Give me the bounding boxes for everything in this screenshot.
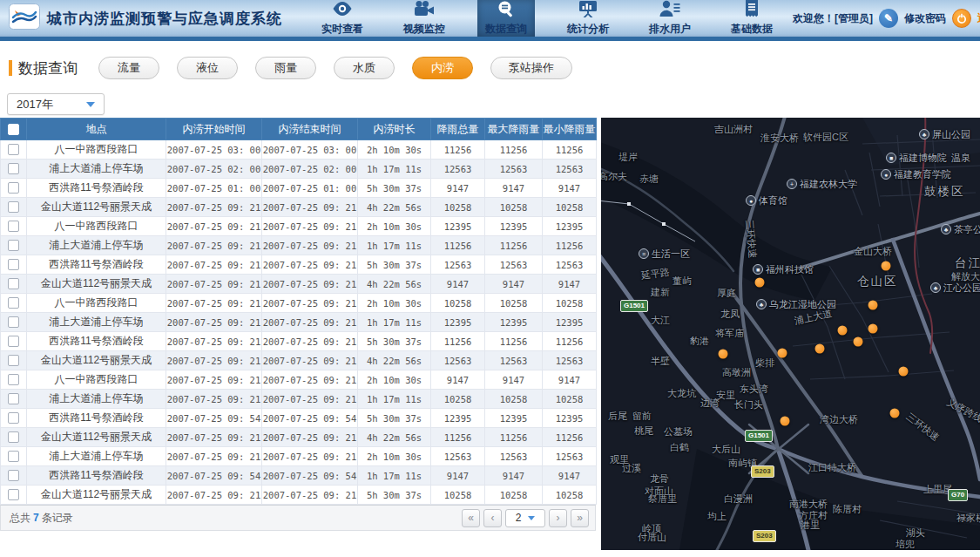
- change-password-icon[interactable]: ✎: [879, 9, 898, 28]
- table-row[interactable]: 西洪路11号祭酒岭段2007-07-25 09: 212007-07-25 09…: [1, 332, 597, 351]
- first-page-button[interactable]: «: [462, 509, 480, 527]
- table-row[interactable]: 八一中路西段路口2007-07-25 03: 002007-07-25 03: …: [1, 140, 597, 160]
- row-checkbox[interactable]: [8, 144, 19, 155]
- table-row[interactable]: 西洪路11号祭酒岭段2007-07-25 09: 212007-07-25 09…: [1, 255, 597, 275]
- table-row[interactable]: 八一中路西段路口2007-07-25 09: 212007-07-25 09: …: [1, 370, 597, 390]
- table-row[interactable]: 浦上大道浦上停车场2007-07-25 09: 212007-07-25 09:…: [1, 390, 597, 409]
- row-checkbox[interactable]: [8, 374, 19, 385]
- map-label: 豹港: [690, 336, 709, 346]
- row-checkbox[interactable]: [8, 182, 19, 194]
- map-label: 吉山洲村: [714, 125, 753, 134]
- cell: 12395: [543, 313, 597, 332]
- nav-item-statistics[interactable]: 统计分析: [547, 0, 629, 37]
- row-checkbox[interactable]: [8, 431, 19, 443]
- row-checkbox[interactable]: [8, 336, 19, 347]
- cell: 10258: [431, 198, 485, 217]
- row-checkbox[interactable]: [8, 201, 19, 213]
- flood-marker[interactable]: [719, 350, 728, 359]
- table-row[interactable]: 浦上大道浦上停车场2007-07-25 09: 212007-07-25 09:…: [1, 313, 597, 332]
- cell: 浦上大道浦上停车场: [27, 313, 166, 332]
- map-poi: ■福州科技馆: [753, 264, 814, 275]
- row-checkbox[interactable]: [8, 393, 19, 404]
- cell: 2007-07-25 09: 21: [166, 428, 262, 447]
- change-password-link[interactable]: 修改密码: [904, 11, 946, 26]
- row-checkbox[interactable]: [8, 259, 19, 270]
- table-row[interactable]: 浦上大道浦上停车场2007-07-25 09: 212007-07-25 09:…: [1, 447, 597, 466]
- cell: 2007-07-25 09: 54: [166, 409, 262, 428]
- map-label: 长门头: [734, 400, 763, 410]
- road-badge: G70: [948, 489, 968, 501]
- table-row[interactable]: 浦上大道浦上停车场2007-07-25 09: 212007-07-25 09:…: [1, 236, 597, 255]
- flood-marker[interactable]: [815, 344, 825, 354]
- table-row[interactable]: 八一中路西段路口2007-07-25 09: 212007-07-25 09: …: [1, 294, 597, 313]
- map-label: 金山大桥: [854, 247, 892, 256]
- nav-item-base-data[interactable]: 基础数据: [711, 0, 793, 37]
- cell: 2007-07-25 09: 21: [262, 370, 358, 390]
- last-page-button[interactable]: »: [571, 509, 589, 527]
- table-row[interactable]: 金山大道112号丽景天成2007-07-25 09: 212007-07-25 …: [1, 486, 597, 505]
- cell: 10258: [431, 294, 485, 313]
- nav-item-video[interactable]: 视频监控: [383, 0, 465, 37]
- tab-water-quality[interactable]: 水质: [334, 57, 395, 79]
- flood-marker[interactable]: [778, 349, 787, 358]
- flood-marker[interactable]: [899, 367, 909, 377]
- row-checkbox[interactable]: [8, 163, 19, 174]
- flood-marker[interactable]: [854, 337, 863, 347]
- cell: 10258: [485, 198, 543, 217]
- table-row[interactable]: 八一中路西段路口2007-07-25 09: 212007-07-25 09: …: [1, 217, 597, 236]
- checkbox-cell: [1, 217, 27, 236]
- table-row[interactable]: 金山大道112号丽景天成2007-07-25 09: 212007-07-25 …: [1, 275, 597, 294]
- row-checkbox[interactable]: [8, 412, 19, 424]
- cell: 12563: [543, 255, 597, 275]
- row-checkbox[interactable]: [8, 470, 19, 481]
- map-label: 祭厝里: [648, 494, 677, 504]
- table-row[interactable]: 西洪路11号祭酒岭段2007-07-25 09: 542007-07-25 09…: [1, 466, 597, 486]
- title-accent-bar: [9, 60, 12, 76]
- cell: 9147: [485, 466, 543, 486]
- nav-item-drainage-users[interactable]: 排水用户: [629, 0, 711, 37]
- table-row[interactable]: 西洪路11号祭酒岭段2007-07-25 01: 002007-07-25 01…: [1, 179, 597, 198]
- row-checkbox[interactable]: [8, 240, 19, 251]
- table-row[interactable]: 金山大道112号丽景天成2007-07-25 09: 212007-07-25 …: [1, 198, 597, 217]
- map-poi: ♣江心公园: [930, 282, 980, 293]
- year-select[interactable]: 2017年: [7, 93, 105, 115]
- total-prefix: 总共: [10, 512, 30, 524]
- row-checkbox[interactable]: [8, 297, 19, 309]
- table-row[interactable]: 西洪路11号祭酒岭段2007-07-25 09: 542007-07-25 09…: [1, 409, 597, 428]
- nav-label: 统计分析: [567, 22, 609, 37]
- nav-item-realtime[interactable]: 实时查看: [301, 0, 383, 37]
- power-icon[interactable]: [952, 9, 971, 28]
- checkbox-cell: [1, 390, 27, 409]
- row-checkbox[interactable]: [8, 489, 19, 500]
- flood-marker[interactable]: [781, 417, 790, 426]
- next-page-button[interactable]: ›: [549, 509, 567, 527]
- row-checkbox[interactable]: [8, 355, 19, 366]
- select-all-checkbox[interactable]: [8, 124, 19, 135]
- tab-pump-station[interactable]: 泵站操作: [490, 57, 572, 79]
- checkbox-cell: [1, 447, 27, 466]
- flood-marker[interactable]: [755, 278, 765, 288]
- poi-icon: ♣: [930, 282, 941, 293]
- table-row[interactable]: 金山大道112号丽景天成2007-07-25 09: 212007-07-25 …: [1, 351, 597, 370]
- flood-marker[interactable]: [882, 262, 891, 271]
- prev-page-button[interactable]: ‹: [483, 509, 502, 527]
- nav-item-data-query[interactable]: 数据查询: [477, 0, 535, 37]
- page-select[interactable]: 2: [505, 509, 545, 527]
- row-checkbox[interactable]: [8, 278, 19, 289]
- tab-rainfall[interactable]: 雨量: [255, 57, 316, 79]
- flood-marker[interactable]: [838, 326, 848, 336]
- tab-level[interactable]: 液位: [177, 57, 238, 79]
- flood-marker[interactable]: [868, 301, 878, 310]
- row-checkbox[interactable]: [8, 316, 19, 328]
- table-row[interactable]: 金山大道112号丽景天成2007-07-25 09: 212007-07-25 …: [1, 428, 597, 447]
- row-checkbox[interactable]: [8, 221, 19, 232]
- table-row[interactable]: 浦上大道浦上停车场2007-07-25 02: 002007-07-25 02:…: [1, 160, 597, 179]
- flood-marker[interactable]: [868, 324, 878, 334]
- cell: 10258: [543, 390, 597, 409]
- cell: 9147: [485, 179, 543, 198]
- tab-flow[interactable]: 流量: [98, 57, 159, 79]
- tab-waterlogging[interactable]: 内涝: [412, 57, 473, 79]
- map[interactable]: 吉山洲村淮安大桥软件园C区堤岸田高尔夫赤塘鼓楼区金山大桥仓山区台江解放大桥延平路…: [601, 118, 980, 550]
- flood-marker[interactable]: [890, 409, 900, 418]
- row-checkbox[interactable]: [8, 451, 19, 462]
